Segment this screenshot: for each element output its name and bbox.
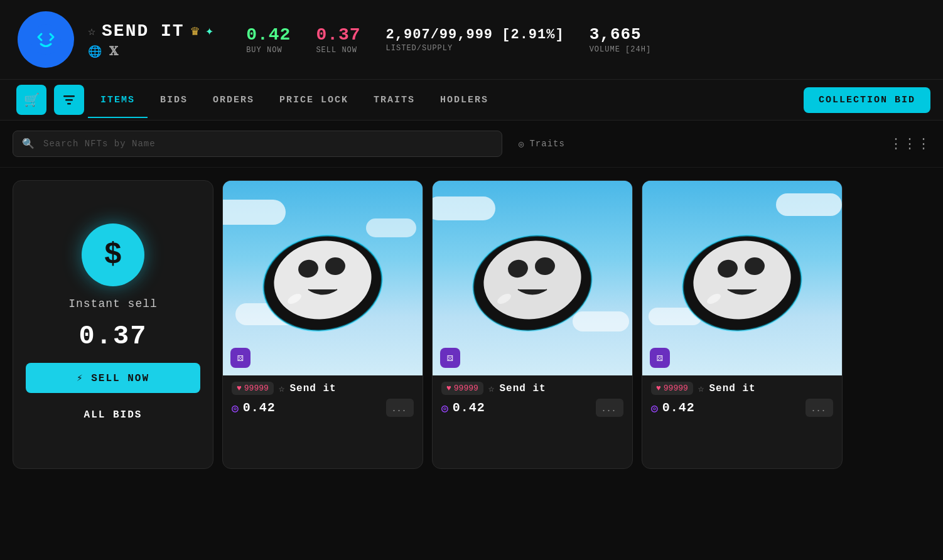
nft-name-2: Send it <box>499 383 546 394</box>
hex-icon: ✦ <box>205 23 213 40</box>
dollar-icon: $ <box>104 238 122 272</box>
volume-label: VOLUME [24H] <box>590 45 651 54</box>
crown-icon: ♛ <box>191 23 199 40</box>
nft-price-1: ◎ 0.42 <box>232 401 276 415</box>
sell-now-stat: 0.37 SELL NOW <box>316 25 360 55</box>
nft-heart-badge-3: ♥ 99999 <box>651 382 693 395</box>
nft-card-bottom-3: ♥ 99999 ☆ Send it ◎ 0.42 ... <box>642 375 842 426</box>
nft-heart-badge-1: ♥ 99999 <box>232 382 274 395</box>
nft-card-image-3[interactable]: ⚄ <box>642 181 842 375</box>
buy-now-label: BUY NOW <box>246 46 291 55</box>
dice-icon: ⚄ <box>237 352 244 364</box>
header-stats: 0.42 BUY NOW 0.37 SELL NOW 2,907/99,999 … <box>246 25 651 55</box>
tab-items[interactable]: ITEMS <box>88 82 148 118</box>
nft-name-3: Send it <box>709 383 755 394</box>
nft-card-2: ⚄ ♥ 99999 ☆ Send it ◎ 0.42 ... <box>432 180 633 469</box>
favorite-icon[interactable]: ☆ <box>88 23 95 39</box>
nav-bar: 🛒 ITEMS BIDS ORDERS PRICE LOCK TRAITS HO… <box>0 80 943 121</box>
instant-sell-label: Instant sell <box>68 298 158 310</box>
globe-icon[interactable]: 🌐 <box>88 45 102 58</box>
nft-card-bottom-2: ♥ 99999 ☆ Send it ◎ 0.42 ... <box>433 375 632 426</box>
nft-price-3: ◎ 0.42 <box>651 401 695 415</box>
svg-rect-1 <box>63 95 75 97</box>
sell-now-button[interactable]: ⚡ SELL NOW <box>26 363 200 393</box>
volume-stat: 3,665 VOLUME [24H] <box>590 25 651 54</box>
tab-hodlers[interactable]: HODLERS <box>428 82 501 118</box>
sell-now-value: 0.37 <box>316 25 360 45</box>
sol-icon-3: ◎ <box>651 401 659 415</box>
nft-favorite-3[interactable]: ☆ <box>698 382 704 395</box>
more-button-2[interactable]: ... <box>596 399 623 417</box>
listed-supply-value: 2,907/99,999 [2.91%] <box>386 27 564 43</box>
buy-now-value: 0.42 <box>246 25 291 45</box>
sell-now-label: SELL NOW <box>316 46 360 55</box>
collection-name: SEND IT <box>102 21 185 41</box>
nft-favorite-1[interactable]: ☆ <box>279 382 285 395</box>
tab-orders[interactable]: ORDERS <box>200 82 267 118</box>
tab-traits[interactable]: TRAITS <box>361 82 428 118</box>
nft-badge-2: ⚄ <box>440 348 460 368</box>
heart-icon-3: ♥ <box>656 384 661 393</box>
collection-avatar <box>18 11 74 68</box>
listed-supply-stat: 2,907/99,999 [2.91%] LISTED/SUPPLY <box>386 27 564 53</box>
svg-point-0 <box>31 24 61 55</box>
twitter-icon[interactable]: 𝕏 <box>109 45 118 58</box>
nft-heart-badge-2: ♥ 99999 <box>441 382 483 395</box>
nft-card-image-1[interactable]: ⚄ <box>223 181 423 375</box>
buy-now-stat: 0.42 BUY NOW <box>246 25 291 55</box>
nft-price-2: ◎ 0.42 <box>441 401 485 415</box>
dice-icon-3: ⚄ <box>657 352 663 364</box>
nft-price-row-2: ◎ 0.42 ... <box>441 399 623 417</box>
more-button-3[interactable]: ... <box>806 399 833 417</box>
nft-price-row-1: ◎ 0.42 ... <box>232 399 414 417</box>
search-bar: 🔍 ◎ Traits ⋮⋮⋮ <box>0 121 943 168</box>
collection-bid-button[interactable]: COLLECTION BID <box>804 87 930 113</box>
nft-badge-3: ⚄ <box>650 348 670 368</box>
instant-sell-card: $ Instant sell 0.37 ⚡ SELL NOW ALL BIDS <box>13 180 213 469</box>
heart-icon-1: ♥ <box>237 384 242 393</box>
nft-price-row-3: ◎ 0.42 ... <box>651 399 833 417</box>
page-header: ☆ SEND IT ♛ ✦ 🌐 𝕏 0.42 BUY NOW 0.37 SELL… <box>0 0 943 80</box>
grid-icon[interactable]: ⋮⋮⋮ <box>889 136 930 153</box>
sol-icon-2: ◎ <box>441 401 449 415</box>
all-bids-button[interactable]: ALL BIDS <box>84 404 143 426</box>
nft-number-1: 99999 <box>244 384 269 393</box>
filter-button[interactable] <box>54 85 84 115</box>
search-input[interactable] <box>43 132 502 155</box>
search-icon: 🔍 <box>13 131 43 156</box>
dice-icon-2: ⚄ <box>447 352 453 364</box>
nft-card-image-2[interactable]: ⚄ <box>433 181 632 375</box>
sol-icon-1: ◎ <box>232 401 239 415</box>
nft-card-3: ⚄ ♥ 99999 ☆ Send it ◎ 0.42 ... <box>642 180 843 469</box>
collection-info: ☆ SEND IT ♛ ✦ 🌐 𝕏 <box>88 21 213 58</box>
more-button-1[interactable]: ... <box>386 399 414 417</box>
instant-sell-price: 0.37 <box>79 321 148 352</box>
nft-grid: $ Instant sell 0.37 ⚡ SELL NOW ALL BIDS <box>0 168 943 482</box>
listed-supply-label: LISTED/SUPPLY <box>386 44 564 53</box>
svg-rect-3 <box>67 103 71 105</box>
tab-bids[interactable]: BIDS <box>148 82 200 118</box>
dollar-circle: $ <box>82 223 144 286</box>
nft-card-bottom-1: ♥ 99999 ☆ Send it ◎ 0.42 ... <box>223 375 423 426</box>
heart-icon-2: ♥ <box>446 384 451 393</box>
traits-label: Traits <box>529 139 564 149</box>
eye-off-icon: ◎ <box>519 139 524 149</box>
nft-card: ⚄ ♥ 99999 ☆ Send it ◎ 0.42 ... <box>222 180 423 469</box>
nft-badge-1: ⚄ <box>230 348 251 368</box>
nft-favorite-2[interactable]: ☆ <box>488 382 495 395</box>
nft-name-1: Send it <box>289 383 336 394</box>
svg-rect-2 <box>65 99 73 101</box>
volume-value: 3,665 <box>590 25 651 44</box>
tab-price-lock[interactable]: PRICE LOCK <box>267 82 361 118</box>
nft-number-2: 99999 <box>454 384 478 393</box>
search-input-wrap: 🔍 <box>13 131 502 157</box>
nft-number-3: 99999 <box>664 384 688 393</box>
cart-button[interactable]: 🛒 <box>16 85 46 115</box>
traits-button[interactable]: ◎ Traits <box>511 134 573 154</box>
